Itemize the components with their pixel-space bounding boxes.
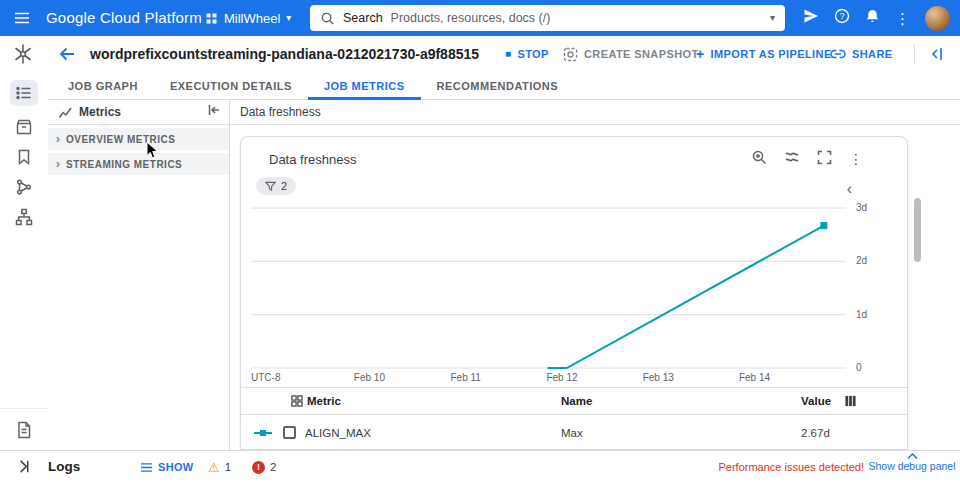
back-arrow-icon[interactable] <box>58 45 76 67</box>
left-icon-rail <box>0 72 48 450</box>
tab-job-metrics[interactable]: JOB METRICS <box>308 72 421 100</box>
series-swatch <box>253 415 273 450</box>
tab-execution-details[interactable]: EXECUTION DETAILS <box>154 72 308 100</box>
grid-icon <box>291 388 303 414</box>
filter-chip[interactable]: 2 <box>256 177 296 195</box>
project-selector[interactable]: MillWheel ▾ <box>205 0 291 36</box>
collapse-metrics-panel-icon[interactable] <box>207 103 221 121</box>
search-label: Search <box>343 11 383 25</box>
dataflow-product-icon[interactable] <box>12 43 34 69</box>
cell-metric: ALIGN_MAX <box>305 415 371 450</box>
share-button[interactable]: SHARE <box>830 36 893 72</box>
job-header-bar: wordprefixcountstreaming-pandiana-021202… <box>0 36 960 72</box>
notifications-bell-icon[interactable] <box>865 8 880 28</box>
svg-text:2d: 2d <box>856 255 867 266</box>
divider <box>914 44 915 64</box>
smooth-lines-icon[interactable] <box>784 149 800 169</box>
project-name: MillWheel <box>224 11 280 26</box>
error-icon: ! <box>252 461 265 474</box>
archive-box-icon <box>15 118 33 136</box>
series-checkbox[interactable] <box>283 426 296 439</box>
fullscreen-icon[interactable] <box>817 150 832 169</box>
chart-title: Data freshness <box>269 152 356 167</box>
svg-text:Feb 12: Feb 12 <box>546 372 578 383</box>
search-input[interactable]: Search Products, resources, docs (/) ▾ <box>310 5 785 31</box>
chart-plot-area[interactable]: 3d2d1d0Feb 10Feb 11Feb 12Feb 13Feb 14UTC… <box>251 197 901 391</box>
svg-text:Feb 14: Feb 14 <box>739 372 771 383</box>
svg-text:Feb 10: Feb 10 <box>354 372 386 383</box>
chevron-up-icon <box>907 453 918 459</box>
tab-recommendations[interactable]: RECOMMENDATIONS <box>421 72 575 100</box>
collapse-legend-icon[interactable]: ‹ <box>847 181 852 197</box>
jobs-list-icon <box>15 84 33 102</box>
search-placeholder: Products, resources, docs (/) <box>391 11 551 25</box>
chevron-right-icon: › <box>56 158 60 170</box>
rail-pipelines-item[interactable] <box>11 178 37 196</box>
legend-table-header: Metric Name Value <box>241 387 907 415</box>
col-header-value[interactable]: Value <box>801 388 831 414</box>
zoom-chart-icon[interactable] <box>751 149 767 169</box>
rail-docs-item[interactable] <box>0 408 48 450</box>
svg-text:UTC-8: UTC-8 <box>251 372 281 383</box>
project-icon <box>205 12 218 25</box>
overflow-kebab-icon[interactable]: ⋮ <box>895 11 910 26</box>
user-avatar[interactable] <box>925 6 950 31</box>
svg-text:3d: 3d <box>856 202 867 213</box>
tab-job-graph[interactable]: JOB GRAPH <box>52 72 154 100</box>
snapshot-icon <box>563 47 578 62</box>
job-title: wordprefixcountstreaming-pandiana-021202… <box>90 46 479 62</box>
chevron-right-icon: › <box>56 133 60 145</box>
branch-icon <box>15 178 33 196</box>
col-header-metric[interactable]: Metric <box>307 388 341 414</box>
gcp-logo[interactable]: Google Cloud Platform <box>46 9 202 26</box>
svg-text:Feb 11: Feb 11 <box>451 372 482 383</box>
warning-icon: ⚠ <box>208 461 220 474</box>
svg-text:?: ? <box>840 11 845 21</box>
filter-funnel-icon <box>265 181 276 192</box>
error-count-badge[interactable]: ! 2 <box>252 451 276 483</box>
metrics-group-streaming[interactable]: › STREAMING METRICS <box>48 153 229 175</box>
search-chevron-down-icon[interactable]: ▾ <box>770 13 775 23</box>
expand-logs-icon[interactable] <box>16 459 31 478</box>
col-header-name[interactable]: Name <box>561 388 592 414</box>
search-icon <box>320 11 335 26</box>
performance-alert-text: Performance issues detected! <box>718 451 864 483</box>
scrollbar-thumb[interactable] <box>914 198 921 262</box>
metrics-side-panel: Metrics › OVERVIEW METRICS › STREAMING M… <box>48 100 230 450</box>
rail-jobs-item[interactable] <box>10 80 38 106</box>
send-feedback-icon[interactable] <box>803 8 819 28</box>
import-as-pipeline-button[interactable]: + IMPORT AS PIPELINE <box>696 36 832 72</box>
filter-count: 2 <box>281 180 287 192</box>
svg-text:Feb 13: Feb 13 <box>643 372 675 383</box>
metrics-panel-header: Metrics <box>48 100 229 125</box>
metrics-group-overview[interactable]: › OVERVIEW METRICS <box>48 128 229 150</box>
top-navbar: Google Cloud Platform MillWheel ▾ Search… <box>0 0 960 36</box>
stop-button[interactable]: ■ STOP <box>505 36 549 72</box>
svg-text:0: 0 <box>856 362 862 373</box>
topbar-actions: ? ⋮ <box>803 0 950 36</box>
list-icon <box>140 462 153 473</box>
document-icon <box>15 421 33 439</box>
collapse-info-panel-icon[interactable] <box>928 46 944 66</box>
job-tabs: JOB GRAPH EXECUTION DETAILS JOB METRICS … <box>48 72 960 100</box>
rail-resources-item[interactable] <box>11 208 37 226</box>
create-snapshot-button[interactable]: CREATE SNAPSHOT <box>563 36 699 72</box>
content-breadcrumb: Data freshness <box>230 100 960 125</box>
hamburger-menu-icon[interactable] <box>13 9 31 31</box>
chart-kebab-icon[interactable]: ⋮ <box>849 152 863 166</box>
show-debug-panel-button[interactable]: Show debug panel <box>868 453 956 472</box>
logs-bar: Logs SHOW ⚠ 1 ! 2 Performance issues det… <box>0 450 960 483</box>
bookmark-icon <box>15 148 33 166</box>
rail-saved-item[interactable] <box>11 148 37 166</box>
column-chooser-icon[interactable] <box>844 388 857 414</box>
svg-text:1d: 1d <box>856 309 867 320</box>
metrics-panel-title: Metrics <box>79 105 201 119</box>
rail-snapshots-item[interactable] <box>11 118 37 136</box>
warning-count-badge[interactable]: ⚠ 1 <box>208 451 231 483</box>
legend-table-row: ALIGN_MAX Max 2.67d <box>241 415 907 450</box>
stop-icon: ■ <box>505 49 511 59</box>
logs-title: Logs <box>48 451 80 483</box>
logs-show-button[interactable]: SHOW <box>140 451 193 483</box>
chart-toolbar: ⋮ <box>751 149 863 169</box>
help-icon[interactable]: ? <box>834 8 850 28</box>
